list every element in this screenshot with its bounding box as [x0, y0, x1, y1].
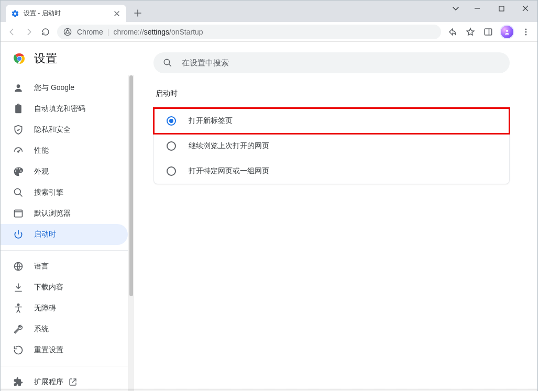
minimize-button[interactable] — [465, 1, 489, 16]
gear-icon — [11, 9, 19, 18]
new-tab-button[interactable] — [130, 6, 145, 20]
person-icon — [13, 83, 24, 93]
sidebar-item-label: 无障碍 — [34, 304, 56, 313]
radio-icon — [167, 166, 176, 176]
tab-search-button[interactable] — [446, 1, 465, 16]
sidebar-item-accessibility[interactable]: 无障碍 — [1, 298, 128, 319]
reload-button[interactable] — [37, 24, 54, 40]
svg-point-12 — [18, 151, 19, 152]
window-icon — [13, 208, 24, 219]
startup-options-card: 打开新标签页 继续浏览上次打开的网页 打开特定网页或一组网页 — [153, 108, 510, 184]
svg-point-2 — [66, 30, 69, 33]
settings-search-input[interactable]: 在设置中搜索 — [153, 52, 510, 73]
menu-button[interactable] — [518, 24, 534, 40]
accessibility-icon — [13, 303, 24, 313]
search-icon — [13, 187, 24, 198]
sidebar: 设置 您与 Google 自动填充和密码 隐私和安全 性能 — [1, 42, 134, 391]
address-bar[interactable]: Chrome | chrome://settings/onStartup — [57, 25, 441, 39]
speed-icon — [13, 145, 24, 156]
chrome-brand-icon — [63, 28, 72, 36]
content-area: 设置 您与 Google 自动填充和密码 隐私和安全 性能 — [1, 42, 537, 391]
back-button[interactable] — [4, 24, 20, 40]
tab-strip: 设置 - 启动时 — [1, 1, 145, 22]
profile-avatar[interactable] — [500, 25, 514, 39]
svg-point-7 — [525, 33, 527, 35]
sidebar-item-appearance[interactable]: 外观 — [1, 161, 128, 182]
radio-label: 打开特定网页或一组网页 — [189, 166, 269, 176]
svg-point-16 — [17, 304, 19, 306]
sidebar-item-on-startup[interactable]: 启动时 — [1, 224, 128, 245]
search-icon — [163, 58, 172, 68]
startup-option-continue[interactable]: 继续浏览上次打开的网页 — [154, 133, 509, 159]
maximize-button[interactable] — [489, 1, 513, 16]
radio-icon — [167, 141, 176, 151]
svg-rect-14 — [15, 210, 23, 217]
sidebar-item-label: 自动填充和密码 — [34, 104, 85, 114]
titlebar: 设置 - 启动时 — [1, 1, 537, 22]
clipboard-icon — [13, 104, 24, 114]
sidebar-item-label: 扩展程序 — [34, 377, 63, 387]
sidebar-item-label: 启动时 — [34, 230, 56, 239]
sidebar-item-you-and-google[interactable]: 您与 Google — [1, 77, 128, 98]
extension-icon — [13, 377, 24, 387]
sidebar-item-system[interactable]: 系统 — [1, 319, 128, 340]
divider — [1, 366, 128, 366]
svg-point-11 — [17, 84, 20, 88]
sidebar-item-default-browser[interactable]: 默认浏览器 — [1, 203, 128, 224]
sidebar-item-performance[interactable]: 性能 — [1, 140, 128, 161]
toolbar: Chrome | chrome://settings/onStartup — [1, 22, 537, 42]
share-button[interactable] — [444, 24, 461, 40]
svg-rect-0 — [499, 6, 504, 11]
open-external-icon — [69, 378, 77, 386]
url-host: Chrome — [77, 28, 103, 36]
download-icon — [13, 282, 24, 293]
section-title: 启动时 — [156, 89, 510, 98]
sidebar-item-label: 搜索引擎 — [34, 188, 63, 197]
radio-icon — [167, 116, 176, 126]
startup-option-specific-pages[interactable]: 打开特定网页或一组网页 — [154, 159, 509, 184]
wrench-icon — [13, 324, 24, 334]
page-title: 设置 — [34, 51, 57, 66]
sidebar-item-languages[interactable]: 语言 — [1, 256, 128, 277]
restore-icon — [13, 345, 24, 355]
sidebar-item-autofill[interactable]: 自动填充和密码 — [1, 98, 128, 119]
sidebar-item-label: 系统 — [34, 324, 49, 334]
sidebar-item-label: 默认浏览器 — [34, 209, 71, 218]
radio-label: 继续浏览上次打开的网页 — [189, 141, 269, 151]
main-panel: 在设置中搜索 启动时 打开新标签页 继续浏览上次打开的网页 打开特定网页或一组网… — [134, 42, 537, 391]
radio-label: 打开新标签页 — [189, 116, 233, 126]
url-path: settings — [144, 28, 169, 36]
startup-option-new-tab[interactable]: 打开新标签页 — [154, 108, 509, 133]
sidebar-item-label: 隐私和安全 — [34, 125, 71, 135]
side-panel-button[interactable] — [480, 24, 497, 40]
sidebar-scrollbar[interactable] — [128, 75, 134, 391]
bottom-shadow — [1, 388, 537, 390]
url-scheme: chrome:// — [113, 28, 144, 36]
svg-point-6 — [525, 31, 527, 32]
close-window-button[interactable] — [513, 1, 537, 16]
toolbar-actions — [444, 24, 534, 40]
sidebar-item-search-engine[interactable]: 搜索引擎 — [1, 182, 128, 203]
chrome-logo-icon — [13, 52, 26, 65]
shield-icon — [13, 125, 24, 135]
search-placeholder: 在设置中搜索 — [182, 58, 229, 68]
browser-window: 设置 - 启动时 — [0, 0, 538, 391]
url-separator: | — [107, 28, 109, 36]
browser-tab[interactable]: 设置 - 启动时 — [6, 5, 126, 22]
sidebar-item-privacy[interactable]: 隐私和安全 — [1, 119, 128, 140]
divider — [1, 250, 128, 251]
forward-button[interactable] — [20, 24, 37, 40]
globe-icon — [13, 261, 24, 272]
bookmark-button[interactable] — [462, 24, 479, 40]
sidebar-header: 设置 — [1, 42, 134, 75]
sidebar-item-label: 重置设置 — [34, 345, 63, 355]
tab-close-button[interactable] — [113, 9, 121, 18]
sidebar-item-reset[interactable]: 重置设置 — [1, 340, 128, 361]
sidebar-item-label: 外观 — [34, 167, 49, 176]
sidebar-list: 您与 Google 自动填充和密码 隐私和安全 性能 外观 — [1, 75, 134, 391]
svg-point-17 — [164, 59, 170, 65]
power-icon — [13, 229, 24, 240]
svg-point-5 — [525, 28, 527, 30]
sidebar-item-downloads[interactable]: 下载内容 — [1, 277, 128, 298]
svg-rect-3 — [485, 29, 492, 35]
